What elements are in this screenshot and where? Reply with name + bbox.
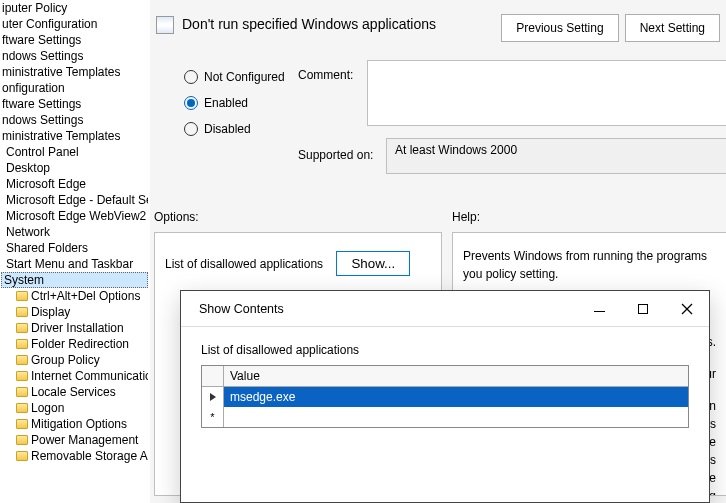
- policy-icon: [156, 16, 174, 34]
- grid-row[interactable]: msedge.exe: [202, 387, 688, 407]
- grid-cell-value[interactable]: [224, 407, 688, 427]
- minimize-button[interactable]: [577, 292, 621, 326]
- minimize-icon: [594, 311, 605, 312]
- tree-item[interactable]: ftware Settings: [0, 32, 148, 48]
- tree-item-label: Removable Storage Ac: [31, 448, 148, 464]
- tree-item[interactable]: Microsoft Edge - Default Se: [0, 192, 148, 208]
- tree-item-selected[interactable]: System: [1, 272, 148, 288]
- folder-icon: [16, 387, 28, 397]
- folder-icon: [16, 323, 28, 333]
- maximize-button[interactable]: [621, 292, 665, 326]
- tree-item[interactable]: ftware Settings: [0, 96, 148, 112]
- tree-item[interactable]: Network: [0, 224, 148, 240]
- radio-disabled[interactable]: Disabled: [184, 116, 285, 142]
- folder-icon: [16, 403, 28, 413]
- comment-textarea[interactable]: [367, 60, 726, 126]
- supported-on-value: At least Windows 2000: [386, 138, 726, 174]
- supported-on-label: Supported on:: [298, 148, 373, 162]
- folder-icon: [16, 371, 28, 381]
- state-radio-group: Not Configured Enabled Disabled: [184, 64, 285, 142]
- options-section-label: Options:: [154, 210, 199, 224]
- tree-item[interactable]: Mitigation Options: [0, 416, 148, 432]
- tree-item[interactable]: Removable Storage Ac: [0, 448, 148, 464]
- tree-item[interactable]: Control Panel: [0, 144, 148, 160]
- radio-icon: [184, 122, 198, 136]
- help-section-label: Help:: [452, 210, 480, 224]
- show-contents-dialog: Show Contents List of disallowed applica…: [180, 290, 710, 503]
- row-indicator-current-icon: [202, 387, 224, 407]
- radio-icon: [184, 70, 198, 84]
- folder-icon: [16, 435, 28, 445]
- tree-item[interactable]: Microsoft Edge WebView2: [0, 208, 148, 224]
- tree-item-label: Locale Services: [31, 384, 116, 400]
- tree-item[interactable]: Ctrl+Alt+Del Options: [0, 288, 148, 304]
- tree-item[interactable]: ndows Settings: [0, 112, 148, 128]
- tree-item[interactable]: Power Management: [0, 432, 148, 448]
- tree-item[interactable]: ministrative Templates: [0, 128, 148, 144]
- folder-icon: [16, 451, 28, 461]
- tree-item[interactable]: Start Menu and Taskbar: [0, 256, 148, 272]
- tree-item[interactable]: Group Policy: [0, 352, 148, 368]
- dialog-subtitle: List of disallowed applications: [181, 327, 709, 365]
- tree-item-label: Ctrl+Alt+Del Options: [31, 288, 140, 304]
- policy-title: Don't run specified Windows applications: [182, 14, 495, 32]
- nav-tree[interactable]: iputer Policyuter Configurationftware Se…: [0, 0, 148, 503]
- folder-icon: [16, 419, 28, 429]
- tree-item-label: Group Policy: [31, 352, 100, 368]
- radio-icon: [184, 96, 198, 110]
- tree-item-label: Power Management: [31, 432, 138, 448]
- radio-label: Enabled: [204, 96, 248, 110]
- grid-cell-value[interactable]: msedge.exe: [224, 387, 688, 407]
- tree-item-label: Display: [31, 304, 70, 320]
- values-grid[interactable]: Value msedge.exe*: [201, 365, 689, 428]
- tree-item[interactable]: Folder Redirection: [0, 336, 148, 352]
- column-header-value: Value: [224, 366, 688, 386]
- row-indicator-new-icon: *: [202, 407, 224, 427]
- close-button[interactable]: [665, 292, 709, 326]
- tree-item-label: Mitigation Options: [31, 416, 127, 432]
- folder-icon: [16, 339, 28, 349]
- tree-item[interactable]: onfiguration: [0, 80, 148, 96]
- tree-item[interactable]: Microsoft Edge: [0, 176, 148, 192]
- dialog-title: Show Contents: [199, 302, 577, 316]
- tree-item[interactable]: Desktop: [0, 160, 148, 176]
- maximize-icon: [638, 304, 648, 314]
- tree-item[interactable]: Display: [0, 304, 148, 320]
- folder-icon: [16, 291, 28, 301]
- radio-label: Disabled: [204, 122, 251, 136]
- option-label: List of disallowed applications: [165, 257, 323, 271]
- show-button[interactable]: Show...: [336, 251, 410, 276]
- tree-item[interactable]: iputer Policy: [0, 0, 148, 16]
- tree-item-label: Logon: [31, 400, 64, 416]
- tree-item-label: Folder Redirection: [31, 336, 129, 352]
- folder-icon: [16, 355, 28, 365]
- tree-item[interactable]: uter Configuration: [0, 16, 148, 32]
- tree-item[interactable]: Shared Folders: [0, 240, 148, 256]
- radio-not-configured[interactable]: Not Configured: [184, 64, 285, 90]
- grid-row[interactable]: *: [202, 407, 688, 427]
- tree-item-label: Driver Installation: [31, 320, 124, 336]
- tree-item[interactable]: ndows Settings: [0, 48, 148, 64]
- radio-label: Not Configured: [204, 70, 285, 84]
- grid-header-row: Value: [202, 366, 688, 387]
- folder-icon: [16, 307, 28, 317]
- tree-item[interactable]: Driver Installation: [0, 320, 148, 336]
- previous-setting-button[interactable]: Previous Setting: [501, 14, 618, 42]
- tree-item-label: Internet Communication: [31, 368, 148, 384]
- comment-label: Comment:: [298, 68, 353, 82]
- radio-enabled[interactable]: Enabled: [184, 90, 285, 116]
- tree-item[interactable]: ministrative Templates: [0, 64, 148, 80]
- next-setting-button[interactable]: Next Setting: [625, 14, 720, 42]
- help-text: Prevents Windows from running the progra…: [463, 247, 716, 283]
- tree-item[interactable]: Locale Services: [0, 384, 148, 400]
- dialog-title-bar[interactable]: Show Contents: [181, 291, 709, 327]
- tree-item[interactable]: Internet Communication: [0, 368, 148, 384]
- close-icon: [681, 303, 693, 315]
- tree-item[interactable]: Logon: [0, 400, 148, 416]
